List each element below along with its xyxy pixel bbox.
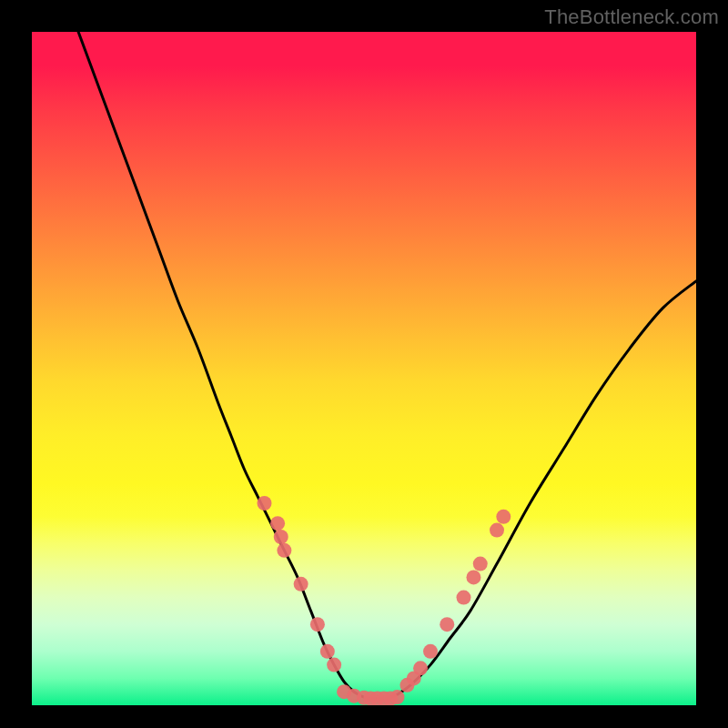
chart-svg [32, 32, 696, 705]
curve-path [78, 32, 696, 699]
data-point [496, 510, 511, 524]
data-point [457, 591, 471, 605]
data-point [294, 577, 308, 592]
data-point [310, 617, 325, 632]
data-point [390, 690, 405, 704]
data-markers [258, 496, 511, 705]
data-point [270, 516, 285, 531]
data-point [274, 530, 288, 544]
data-point [440, 617, 454, 632]
data-point [258, 496, 272, 511]
data-point [320, 644, 335, 659]
data-point [413, 661, 428, 675]
data-point [466, 570, 480, 584]
data-point [423, 644, 438, 659]
watermark-text: TheBottleneck.com [544, 5, 719, 29]
data-point [490, 523, 504, 538]
data-point [277, 543, 291, 558]
chart-frame: TheBottleneck.com [0, 0, 728, 728]
data-point [327, 658, 341, 672]
plot-area [32, 32, 696, 705]
data-point [473, 557, 488, 571]
bottleneck-curve [78, 32, 696, 699]
